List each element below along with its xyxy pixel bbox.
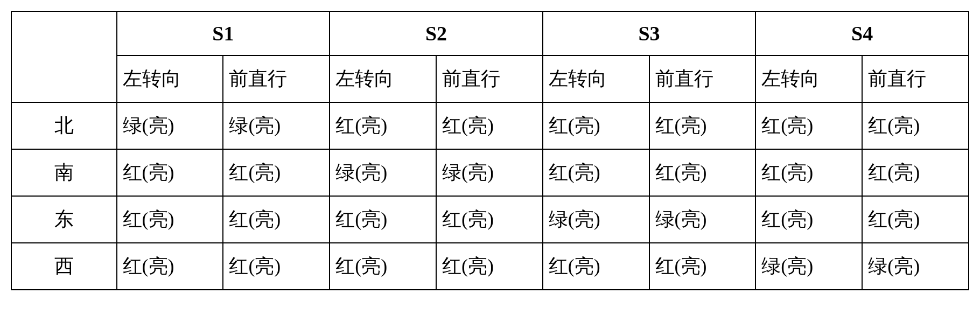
cell-value: 红(亮) [543, 149, 649, 196]
cell-value: 绿(亮) [436, 149, 543, 196]
signal-phase-table: S1 S2 S3 S4 左转向 前直行 左转向 前直行 左转向 前直行 左转向 … [11, 11, 969, 290]
cell-value: 红(亮) [543, 243, 649, 290]
sub-header-straight: 前直行 [223, 55, 330, 102]
cell-value: 红(亮) [330, 243, 436, 290]
cell-value: 红(亮) [223, 196, 330, 243]
cell-value: 绿(亮) [543, 196, 649, 243]
table-row: 西 红(亮) 红(亮) 红(亮) 红(亮) 红(亮) 红(亮) 绿(亮) 绿(亮… [11, 243, 969, 290]
table-row: 东 红(亮) 红(亮) 红(亮) 红(亮) 绿(亮) 绿(亮) 红(亮) 红(亮… [11, 196, 969, 243]
cell-value: 红(亮) [755, 102, 862, 149]
direction-north: 北 [11, 102, 117, 149]
cell-value: 红(亮) [649, 149, 756, 196]
sub-header-straight: 前直行 [436, 55, 543, 102]
cell-value: 绿(亮) [117, 102, 223, 149]
sub-header-straight: 前直行 [862, 55, 969, 102]
cell-value: 绿(亮) [223, 102, 330, 149]
cell-value: 红(亮) [649, 243, 756, 290]
cell-value: 红(亮) [117, 196, 223, 243]
cell-value: 红(亮) [436, 196, 543, 243]
cell-value: 红(亮) [755, 149, 862, 196]
corner-cell [11, 11, 117, 102]
cell-value: 红(亮) [862, 102, 969, 149]
sub-header-left-turn: 左转向 [117, 55, 223, 102]
cell-value: 红(亮) [436, 102, 543, 149]
table-row: 北 绿(亮) 绿(亮) 红(亮) 红(亮) 红(亮) 红(亮) 红(亮) 红(亮… [11, 102, 969, 149]
direction-west: 西 [11, 243, 117, 290]
cell-value: 红(亮) [755, 196, 862, 243]
cell-value: 绿(亮) [755, 243, 862, 290]
cell-value: 红(亮) [862, 196, 969, 243]
sub-header-left-turn: 左转向 [543, 55, 649, 102]
table-row: 南 红(亮) 红(亮) 绿(亮) 绿(亮) 红(亮) 红(亮) 红(亮) 红(亮… [11, 149, 969, 196]
phase-header-s4: S4 [755, 11, 969, 55]
direction-south: 南 [11, 149, 117, 196]
cell-value: 红(亮) [117, 149, 223, 196]
cell-value: 绿(亮) [649, 196, 756, 243]
cell-value: 红(亮) [330, 102, 436, 149]
phase-header-s1: S1 [117, 11, 330, 55]
cell-value: 红(亮) [543, 102, 649, 149]
phase-header-s2: S2 [330, 11, 543, 55]
sub-header-left-turn: 左转向 [755, 55, 862, 102]
cell-value: 红(亮) [862, 149, 969, 196]
cell-value: 红(亮) [223, 243, 330, 290]
cell-value: 红(亮) [117, 243, 223, 290]
phase-header-s3: S3 [543, 11, 756, 55]
cell-value: 绿(亮) [330, 149, 436, 196]
cell-value: 红(亮) [436, 243, 543, 290]
cell-value: 红(亮) [649, 102, 756, 149]
cell-value: 红(亮) [330, 196, 436, 243]
cell-value: 红(亮) [223, 149, 330, 196]
direction-east: 东 [11, 196, 117, 243]
sub-header-straight: 前直行 [649, 55, 756, 102]
table-header-row-phases: S1 S2 S3 S4 [11, 11, 969, 55]
table-header-row-subheaders: 左转向 前直行 左转向 前直行 左转向 前直行 左转向 前直行 [11, 55, 969, 102]
cell-value: 绿(亮) [862, 243, 969, 290]
sub-header-left-turn: 左转向 [330, 55, 436, 102]
